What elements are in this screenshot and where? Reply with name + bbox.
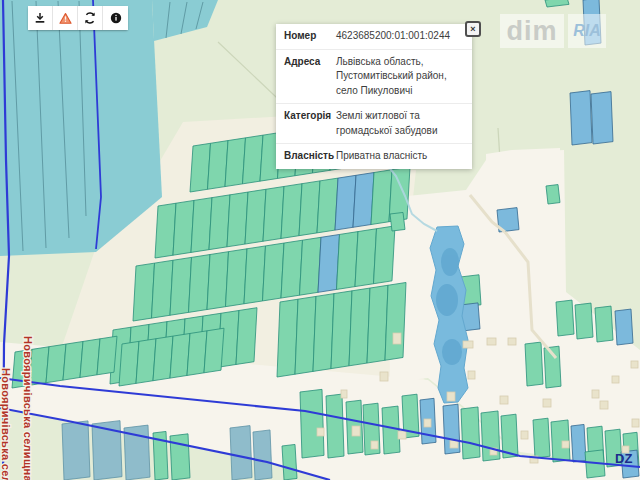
- info-icon: [110, 12, 122, 24]
- building: [341, 390, 347, 398]
- parcel[interactable]: [571, 424, 586, 462]
- parcel[interactable]: [204, 328, 224, 373]
- parcel[interactable]: [230, 426, 252, 480]
- parcel[interactable]: [556, 300, 574, 336]
- council-label-edge: Новояричівська селищна: [0, 368, 12, 480]
- field-value: 4623685200:01:001:0244: [336, 29, 464, 44]
- download-icon: [34, 12, 46, 24]
- parcel[interactable]: [331, 291, 352, 369]
- parcel[interactable]: [382, 406, 400, 454]
- warning-icon: [59, 12, 72, 25]
- popup-row-address: Адреса Львівська область, Пустомитівськи…: [276, 50, 472, 105]
- parcel[interactable]: [227, 192, 248, 247]
- building: [592, 390, 599, 398]
- parcel[interactable]: [281, 184, 302, 239]
- field-value: Львівська область, Пустомитівський район…: [336, 55, 464, 99]
- parcel[interactable]: [155, 203, 176, 258]
- parcel[interactable]: [282, 444, 297, 480]
- parcel[interactable]: [525, 342, 543, 386]
- parcel[interactable]: [226, 249, 248, 307]
- parcel[interactable]: [245, 189, 266, 244]
- parcel[interactable]: [353, 173, 374, 228]
- parcel[interactable]: [133, 263, 155, 321]
- parcel[interactable]: [300, 389, 324, 458]
- building: [612, 376, 619, 383]
- parcel[interactable]: [595, 306, 613, 342]
- parcel[interactable]: [390, 212, 405, 231]
- info-button[interactable]: [103, 6, 128, 30]
- building: [508, 338, 516, 345]
- parcel[interactable]: [337, 232, 359, 290]
- popup-row-ownership: Власність Приватна власність: [276, 144, 472, 169]
- building: [500, 396, 508, 404]
- parcel[interactable]: [191, 198, 212, 253]
- building: [468, 371, 475, 379]
- building: [371, 441, 378, 449]
- field-label: Категорія: [284, 109, 336, 138]
- field-label: Власність: [284, 149, 336, 164]
- building: [632, 419, 639, 427]
- field-value: Приватна власність: [336, 149, 464, 164]
- parcel-info-popup: × Номер 4623685200:01:001:0244 Адреса Ль…: [276, 24, 472, 169]
- parcel[interactable]: [461, 407, 480, 459]
- parcel[interactable]: [299, 181, 320, 236]
- parcel[interactable]: [97, 336, 117, 375]
- parcel[interactable]: [385, 282, 406, 360]
- parcel[interactable]: [277, 299, 298, 377]
- parcel[interactable]: [173, 200, 194, 255]
- refresh-button[interactable]: [78, 6, 103, 30]
- parcel[interactable]: [367, 285, 388, 363]
- parcel[interactable]: [263, 243, 285, 301]
- parcel[interactable]: [263, 186, 284, 241]
- parcel[interactable]: [335, 175, 356, 230]
- parcel[interactable]: [207, 252, 229, 310]
- parcel[interactable]: [546, 185, 560, 204]
- parcel[interactable]: [236, 308, 257, 365]
- parcel[interactable]: [533, 418, 550, 458]
- field-label: Адреса: [284, 55, 336, 99]
- warning-button[interactable]: [53, 6, 78, 30]
- map-viewer: Новояричівська селищна Новояричівська се…: [0, 0, 640, 480]
- parcel[interactable]: [313, 294, 334, 372]
- parcel[interactable]: [152, 260, 174, 318]
- parcel[interactable]: [349, 288, 370, 366]
- map-toolbar: [28, 6, 128, 30]
- parcel[interactable]: [253, 430, 272, 480]
- refresh-icon: [84, 12, 96, 24]
- parcel[interactable]: [355, 229, 377, 287]
- building: [631, 361, 638, 368]
- parcel[interactable]: [570, 91, 592, 145]
- building: [487, 338, 496, 345]
- parcel[interactable]: [318, 234, 340, 292]
- parcel[interactable]: [575, 303, 593, 339]
- download-button[interactable]: [28, 6, 53, 30]
- building: [463, 341, 473, 348]
- building: [562, 441, 569, 448]
- building: [447, 392, 455, 401]
- building: [398, 431, 406, 439]
- parcel[interactable]: [170, 434, 190, 480]
- parcel[interactable]: [62, 421, 90, 480]
- building: [424, 419, 431, 427]
- parcel[interactable]: [300, 237, 322, 295]
- parcel[interactable]: [281, 240, 303, 298]
- parcel[interactable]: [374, 226, 396, 284]
- watermark: dim RIA: [500, 14, 606, 48]
- field-label: Номер: [284, 29, 336, 44]
- corner-label: DZ: [615, 451, 632, 466]
- parcel[interactable]: [317, 178, 338, 233]
- parcel[interactable]: [170, 257, 192, 315]
- parcel[interactable]: [615, 309, 633, 345]
- parcel[interactable]: [189, 255, 211, 313]
- building: [393, 333, 401, 344]
- parcel[interactable]: [244, 246, 266, 304]
- popup-row-category: Категорія Землі житлової та громадської …: [276, 104, 472, 144]
- field-value: Землі житлової та громадської забудови: [336, 109, 464, 138]
- parcel[interactable]: [371, 170, 392, 225]
- parcel[interactable]: [295, 296, 316, 374]
- parcel[interactable]: [209, 195, 230, 250]
- watermark-dim-text: dim: [500, 14, 564, 48]
- parcel[interactable]: [591, 92, 613, 144]
- popup-close-button[interactable]: ×: [465, 21, 481, 37]
- parcel[interactable]: [326, 394, 344, 458]
